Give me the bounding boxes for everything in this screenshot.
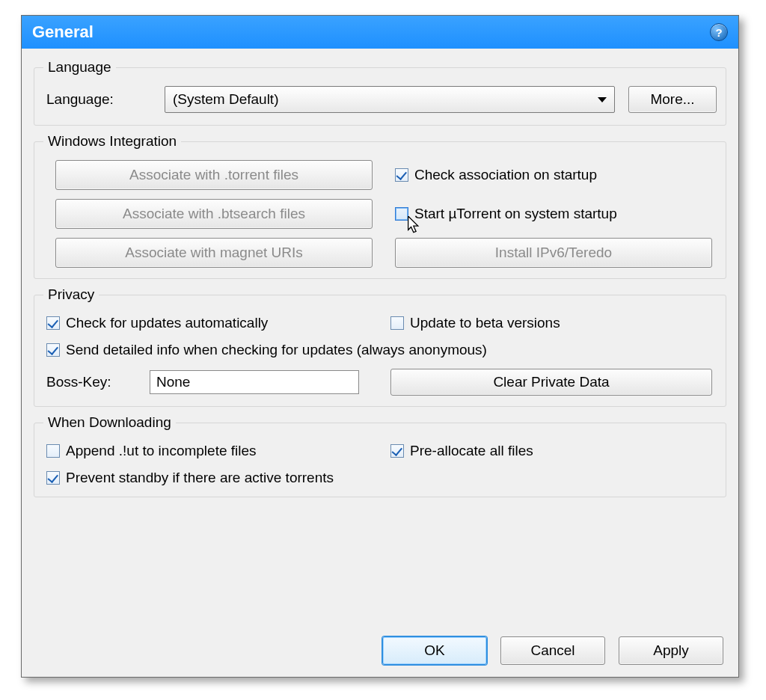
associate-magnet-button[interactable]: Associate with magnet URIs [55,238,373,268]
language-label: Language: [46,91,151,108]
prevent-standby-checkbox[interactable]: Prevent standby if there are active torr… [46,470,712,486]
update-beta-checkbox[interactable]: Update to beta versions [390,315,712,331]
title-text: General [32,22,94,42]
checkbox-icon [46,343,60,357]
start-on-boot-checkbox[interactable]: Start µTorrent on system startup [395,206,712,222]
language-select-value: (System Default) [173,91,278,108]
bosskey-label: Boss-Key: [46,374,139,390]
check-updates-checkbox[interactable]: Check for updates automatically [46,315,368,331]
privacy-group: Privacy Check for updates automatically … [34,286,726,407]
cancel-button[interactable]: Cancel [500,636,605,665]
language-select[interactable]: (System Default) [165,86,615,113]
ok-button[interactable]: OK [382,636,487,665]
checkbox-icon [395,207,408,221]
language-group: Language Language: (System Default) More… [34,59,726,126]
checkbox-icon [390,444,404,458]
send-detailed-checkbox[interactable]: Send detailed info when checking for upd… [46,342,712,358]
checkbox-icon [46,444,60,458]
bosskey-input[interactable]: None [150,370,359,394]
apply-button[interactable]: Apply [619,636,723,665]
preferences-panel: General ? Language Language: (System Def… [21,15,739,678]
checkbox-icon [395,168,408,182]
windows-integration-legend: Windows Integration [43,133,181,150]
help-icon[interactable]: ? [710,23,728,41]
associate-torrent-button[interactable]: Associate with .torrent files [55,160,373,190]
preallocate-checkbox[interactable]: Pre-allocate all files [390,443,712,459]
clear-private-data-button[interactable]: Clear Private Data [390,369,712,396]
checkbox-icon [390,316,404,330]
check-association-checkbox[interactable]: Check association on startup [395,167,712,183]
titlebar: General ? [22,16,738,49]
when-downloading-group: When Downloading Append .!ut to incomple… [34,414,726,497]
language-legend: Language [43,59,116,76]
when-downloading-legend: When Downloading [43,414,176,431]
language-more-button[interactable]: More... [628,86,717,113]
chevron-down-icon [598,97,607,102]
install-ipv6-button[interactable]: Install IPv6/Teredo [395,238,712,268]
dialog-footer: OK Cancel Apply [382,636,723,665]
windows-integration-group: Windows Integration Associate with .torr… [34,133,726,279]
privacy-legend: Privacy [43,286,99,303]
append-ut-checkbox[interactable]: Append .!ut to incomplete files [46,443,368,459]
checkbox-icon [46,316,60,330]
checkbox-icon [46,471,60,485]
associate-btsearch-button[interactable]: Associate with .btsearch files [55,199,373,229]
